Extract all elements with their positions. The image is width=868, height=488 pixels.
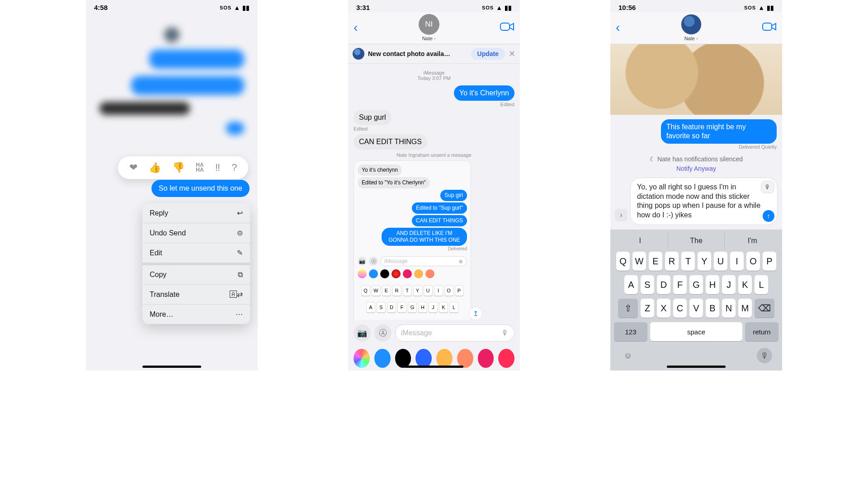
shift-key[interactable]: ⇧ xyxy=(618,299,638,318)
back-button[interactable]: ‹ xyxy=(354,20,358,35)
key-j[interactable]: J xyxy=(429,302,438,313)
key-f[interactable]: F xyxy=(673,275,687,294)
key-y[interactable]: Y xyxy=(413,285,422,296)
music-app-icon[interactable] xyxy=(498,349,514,368)
prediction[interactable]: I'm xyxy=(724,232,780,249)
key-q[interactable]: Q xyxy=(361,285,370,296)
key-z[interactable]: Z xyxy=(641,299,654,318)
contact-header[interactable]: NI Nate xyxy=(419,14,439,41)
key-i[interactable]: I xyxy=(730,252,744,271)
key-w[interactable]: W xyxy=(372,285,381,296)
menu-undo-send[interactable]: Undo Send ⊝ xyxy=(142,223,250,243)
key-d[interactable]: D xyxy=(387,302,396,313)
key-s[interactable]: S xyxy=(641,275,654,294)
home-indicator[interactable] xyxy=(142,366,201,368)
key-h[interactable]: H xyxy=(706,275,719,294)
key-t[interactable]: T xyxy=(403,285,412,296)
received-message[interactable]: Sup gurl xyxy=(354,110,392,125)
key-o[interactable]: O xyxy=(746,252,760,271)
key-d[interactable]: D xyxy=(657,275,670,294)
expand-button[interactable]: › xyxy=(615,209,627,221)
dictation-icon[interactable]: 🎙 xyxy=(501,329,509,337)
menu-translate[interactable]: Translate 🄰⇄ xyxy=(142,285,250,305)
contact-header[interactable]: Nate xyxy=(681,14,702,41)
key-x[interactable]: X xyxy=(657,299,670,318)
home-indicator[interactable] xyxy=(667,366,726,368)
key-g[interactable]: G xyxy=(408,302,417,313)
update-button[interactable]: Update xyxy=(471,48,505,60)
search-app-icon[interactable] xyxy=(478,349,494,368)
key-u[interactable]: U xyxy=(714,252,727,271)
tapback-exclaim-icon[interactable]: ‼︎ xyxy=(215,162,220,174)
screenshot-attachment[interactable]: Yo it's cherlynn Edited to "Yo it's Cher… xyxy=(354,160,471,320)
key-o[interactable]: O xyxy=(444,285,453,296)
photos-app-icon[interactable] xyxy=(354,349,370,368)
share-button[interactable]: ↥ xyxy=(469,307,482,320)
facetime-button[interactable] xyxy=(762,22,777,33)
emoji-key[interactable]: ☺ xyxy=(620,348,636,363)
key-v[interactable]: V xyxy=(689,299,703,318)
prediction[interactable]: I xyxy=(612,232,668,249)
key-j[interactable]: J xyxy=(722,275,736,294)
tapback-thumbsup-icon[interactable]: 👍 xyxy=(149,162,161,174)
key-h[interactable]: H xyxy=(418,302,427,313)
menu-more[interactable]: More… ⋯ xyxy=(142,305,250,324)
key-p[interactable]: P xyxy=(455,285,464,296)
menu-edit[interactable]: Edit ✎ xyxy=(142,243,250,265)
key-q[interactable]: Q xyxy=(616,252,630,271)
key-l[interactable]: L xyxy=(755,275,768,294)
tapback-heart-icon[interactable]: ❤︎ xyxy=(129,162,137,174)
message-list[interactable]: This feature might be my favorite so far… xyxy=(610,44,782,371)
return-key[interactable]: return xyxy=(745,322,778,341)
key-c[interactable]: C xyxy=(673,299,687,318)
home-indicator[interactable] xyxy=(405,366,463,368)
backspace-key[interactable]: ⌫ xyxy=(755,299,774,318)
dismiss-banner-button[interactable]: ✕ xyxy=(509,49,515,59)
key-m[interactable]: M xyxy=(738,299,752,318)
received-message[interactable]: CAN EDIT THINGS xyxy=(354,134,427,150)
appstore-app-icon[interactable] xyxy=(374,349,391,368)
facetime-button[interactable] xyxy=(500,22,514,33)
dictation-popover-icon[interactable]: 🎙 xyxy=(761,181,774,193)
key-s[interactable]: S xyxy=(377,302,386,313)
key-k[interactable]: K xyxy=(439,302,448,313)
key-p[interactable]: P xyxy=(763,252,776,271)
applecash-app-icon[interactable] xyxy=(395,349,411,368)
key-r[interactable]: R xyxy=(392,285,401,296)
key-k[interactable]: K xyxy=(738,275,752,294)
key-y[interactable]: Y xyxy=(698,252,711,271)
tapback-haha-icon[interactable]: HAHA xyxy=(196,163,203,173)
key-a[interactable]: A xyxy=(366,302,375,313)
memoji-app-icon[interactable] xyxy=(436,349,453,368)
image-attachment[interactable] xyxy=(610,44,782,115)
menu-reply[interactable]: Reply ↩︎ xyxy=(142,203,250,223)
menu-copy[interactable]: Copy ⧉ xyxy=(142,265,250,285)
message-list[interactable]: iMessage Today 3:07 PM Yo it's Cherlynn … xyxy=(348,64,520,320)
key-n[interactable]: N xyxy=(722,299,736,318)
app-drawer-button[interactable]: Ⓐ xyxy=(374,324,392,342)
audio-app-icon[interactable] xyxy=(415,349,432,368)
space-key[interactable]: space xyxy=(650,322,742,341)
dictation-key[interactable]: 🎙 xyxy=(757,348,772,363)
prediction[interactable]: The xyxy=(668,232,724,249)
key-t[interactable]: T xyxy=(681,252,695,271)
camera-button[interactable]: 📷 xyxy=(354,324,371,342)
key-b[interactable]: B xyxy=(706,299,719,318)
key-e[interactable]: E xyxy=(649,252,662,271)
key-w[interactable]: W xyxy=(632,252,646,271)
notify-anyway-button[interactable]: Notify Anyway xyxy=(616,165,777,172)
message-input[interactable]: Yo, yo all right so I guess I'm in dicta… xyxy=(630,178,778,225)
key-l[interactable]: L xyxy=(449,302,458,313)
tapback-question-icon[interactable]: ? xyxy=(231,162,237,174)
key-e[interactable]: E xyxy=(382,285,391,296)
sent-message[interactable]: This feature might be my favorite so far xyxy=(661,119,777,144)
back-button[interactable]: ‹ xyxy=(616,20,620,35)
memoji2-app-icon[interactable] xyxy=(457,349,473,368)
key-f[interactable]: F xyxy=(397,302,406,313)
send-button[interactable]: ↑ xyxy=(763,210,774,222)
key-r[interactable]: R xyxy=(665,252,679,271)
sent-message[interactable]: Yo it's Cherlynn xyxy=(454,85,514,101)
tapback-thumbsdown-icon[interactable]: 👎 xyxy=(172,162,184,174)
key-g[interactable]: G xyxy=(689,275,703,294)
key-u[interactable]: U xyxy=(424,285,433,296)
